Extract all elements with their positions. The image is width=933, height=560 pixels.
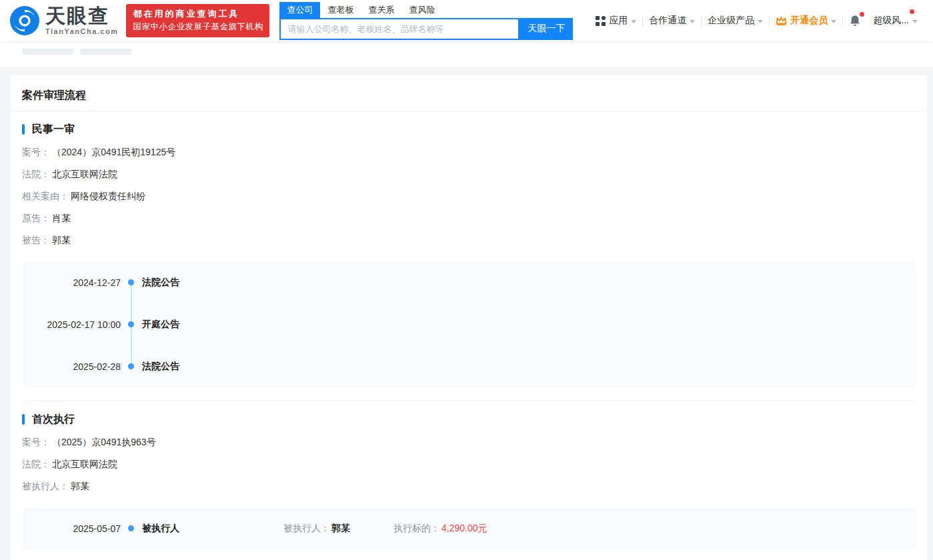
section-accent-bar [22, 124, 25, 135]
field-value: 北京互联网法院 [52, 169, 117, 179]
search-tab-company[interactable]: 查公司 [279, 2, 320, 18]
section-civil-first-trial: 民事一审 案号：（2024）京0491民初19125号 法院：北京互联网法院 相… [22, 111, 916, 387]
search-input[interactable] [279, 18, 520, 40]
bell-icon [849, 15, 861, 27]
partial-button[interactable] [80, 49, 131, 55]
field-plaintiff: 原告：肖某 [22, 211, 916, 225]
nav-partner-label: 合作通道 [649, 15, 686, 27]
search-tab-relation[interactable]: 查关系 [361, 2, 401, 18]
field-value: 郭某 [52, 235, 71, 245]
timeline-item: 2025-02-28 法院公告 [22, 345, 916, 387]
promo-banner-line1: 都在用的商业查询工具 [133, 7, 263, 21]
extra-value: 郭某 [331, 523, 350, 533]
crown-icon [776, 16, 787, 26]
timeline-date: 2025-02-17 10:00 [22, 319, 121, 330]
section-title: 民事一审 [32, 122, 75, 137]
timeline-extra-executee: 被执行人：郭某 [283, 523, 350, 535]
timeline-item: 2025-05-07 被执行人 被执行人：郭某 执行标的：4,290.00元 [22, 507, 916, 549]
partial-button[interactable] [22, 49, 73, 55]
timeline-dot-icon [128, 321, 134, 327]
logo-domain: TianYanCha.com [45, 28, 118, 35]
logo-eye-icon [9, 5, 40, 36]
field-label: 法院： [22, 169, 50, 179]
section-accent-bar [22, 414, 25, 425]
notifications-button[interactable] [843, 15, 867, 27]
apps-grid-icon [596, 16, 606, 26]
search-block: 查公司 查老板 查关系 查风险 天眼一下 [279, 2, 573, 40]
field-value: 北京互联网法院 [52, 459, 117, 469]
extra-label: 执行标的： [393, 523, 440, 533]
risk-badge [910, 9, 914, 14]
top-nav: 应用 合作通道 企业级产品 开通会员 [590, 15, 924, 27]
timeline-label: 法院公告 [142, 277, 179, 289]
search-tabs: 查公司 查老板 查关系 查风险 [279, 2, 573, 18]
section-title: 首次执行 [32, 412, 75, 427]
timeline-dot-icon [128, 363, 134, 369]
page-title: 案件审理流程 [22, 75, 916, 103]
search-tab-risk[interactable]: 查风险 [401, 2, 442, 18]
timeline-item: 2025-02-17 10:00 开庭公告 [22, 303, 916, 345]
timeline-item: 2024-12-27 法院公告 [22, 261, 916, 303]
nav-partner-channel[interactable]: 合作通道 [643, 15, 701, 27]
field-case-number: 案号：（2024）京0491民初19125号 [22, 145, 916, 159]
search-tab-boss[interactable]: 查老板 [320, 2, 361, 18]
field-value: 网络侵权责任纠纷 [71, 191, 145, 201]
extra-label: 被执行人： [283, 523, 330, 533]
field-court: 法院：北京互联网法院 [22, 457, 916, 471]
promo-banner: 都在用的商业查询工具 国家中小企业发展子基金旗下机构 [126, 4, 269, 37]
timeline-label: 被执行人 [142, 523, 179, 535]
timeline-label: 法院公告 [142, 361, 179, 373]
field-cause: 相关案由：网络侵权责任纠纷 [22, 189, 916, 203]
tianyancha-logo[interactable]: 天眼查 TianYanCha.com [9, 5, 118, 36]
timeline-date: 2024-12-27 [22, 277, 121, 288]
clipped-card-strip [0, 41, 933, 67]
timeline-date: 2025-02-28 [22, 361, 121, 372]
nav-open-vip[interactable]: 开通会员 [770, 15, 842, 27]
top-header: 天眼查 TianYanCha.com 都在用的商业查询工具 国家中小企业发展子基… [0, 0, 933, 41]
nav-apps-label: 应用 [609, 15, 628, 27]
timeline-date: 2025-05-07 [22, 523, 121, 534]
field-label: 被告： [22, 235, 50, 245]
timeline-dot-icon [128, 279, 134, 285]
section-first-execution: 首次执行 案号：（2025）京0491执963号 法院：北京互联网法院 被执行人… [22, 401, 916, 549]
nav-vip-label: 开通会员 [790, 15, 828, 27]
field-case-number: 案号：（2025）京0491执963号 [22, 435, 916, 449]
case-process-card: 案件审理流程 民事一审 案号：（2024）京0491民初19125号 法院：北京… [11, 75, 927, 560]
search-button[interactable]: 天眼一下 [520, 18, 573, 40]
nav-risk-label: 超级风... [873, 15, 909, 27]
chevron-down-icon [631, 20, 636, 23]
field-value: （2025）京0491执963号 [52, 437, 156, 447]
timeline-panel: 2025-05-07 被执行人 被执行人：郭某 执行标的：4,290.00元 [22, 507, 916, 549]
extra-amount: 4,290.00元 [441, 523, 488, 533]
logo-title: 天眼查 [45, 6, 118, 26]
chevron-down-icon [758, 20, 763, 23]
nav-super-risk[interactable]: 超级风... [867, 15, 924, 27]
promo-banner-line2: 国家中小企业发展子基金旗下机构 [133, 21, 263, 33]
field-defendant: 被告：郭某 [22, 233, 916, 247]
chevron-down-icon [831, 20, 836, 23]
field-executee: 被执行人：郭某 [22, 479, 916, 493]
field-label: 案号： [22, 147, 50, 157]
field-court: 法院：北京互联网法院 [22, 167, 916, 181]
field-label: 被执行人： [22, 481, 69, 491]
timeline-extra-target-amount: 执行标的：4,290.00元 [393, 523, 488, 535]
chevron-down-icon [912, 20, 918, 23]
timeline-panel: 2024-12-27 法院公告 2025-02-17 10:00 开庭公告 20… [22, 261, 916, 387]
timeline-label: 开庭公告 [142, 319, 179, 331]
nav-apps[interactable]: 应用 [590, 15, 642, 27]
field-label: 案号： [22, 437, 50, 447]
field-value: （2024）京0491民初19125号 [52, 147, 175, 157]
field-label: 原告： [22, 213, 50, 223]
nav-enterprise-products[interactable]: 企业级产品 [702, 15, 769, 27]
nav-enterprise-label: 企业级产品 [708, 15, 754, 27]
timeline-dot-icon [128, 525, 134, 531]
field-value: 郭某 [71, 481, 89, 491]
notification-badge [860, 12, 864, 17]
page-gap [0, 67, 933, 75]
field-value: 肖某 [52, 213, 71, 223]
chevron-down-icon [690, 20, 695, 23]
field-label: 相关案由： [22, 191, 69, 201]
field-label: 法院： [22, 459, 50, 469]
